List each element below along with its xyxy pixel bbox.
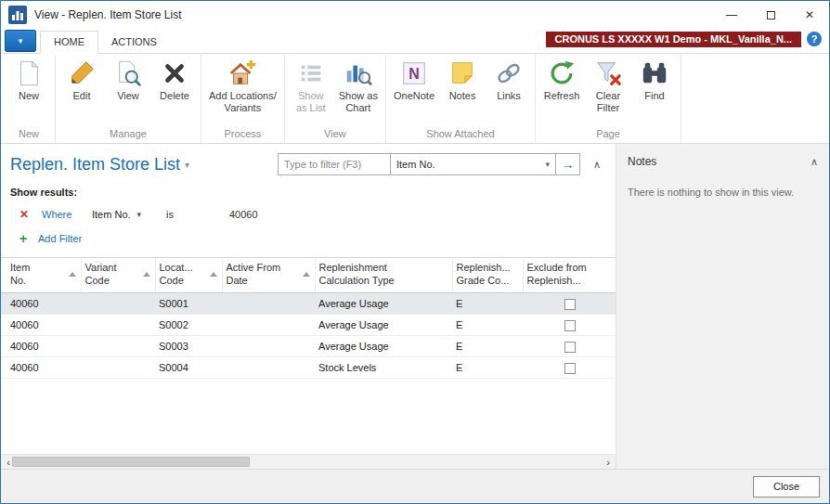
window-title: View - Replen. Item Store List bbox=[34, 8, 182, 21]
clear-filter-icon bbox=[594, 59, 622, 87]
help-button[interactable]: ? bbox=[807, 32, 822, 46]
cell-active-from-date bbox=[222, 336, 315, 357]
svg-text:N: N bbox=[409, 66, 420, 82]
table-row[interactable]: 40060 S0002 Average Usage E bbox=[1, 315, 616, 336]
where-operator[interactable]: is bbox=[166, 209, 229, 220]
cell-replenishment-calculation-type: Average Usage bbox=[315, 336, 452, 357]
cell-replenishment-grade-code: E bbox=[452, 315, 523, 336]
close-button[interactable]: Close bbox=[753, 476, 820, 498]
cell-replenishment-grade-code: E bbox=[452, 293, 523, 315]
notes-button[interactable]: Notes bbox=[439, 57, 486, 104]
chevron-down-icon: ▾ bbox=[185, 160, 189, 170]
button-label: Edit bbox=[73, 90, 91, 102]
maximize-button[interactable] bbox=[751, 1, 790, 29]
cell-replenishment-calculation-type: Average Usage bbox=[315, 293, 452, 315]
table-header-row: Item No. Variant Code Locat... Code Acti… bbox=[1, 258, 616, 293]
scroll-right-icon[interactable]: › bbox=[601, 456, 616, 469]
column-header-item-no[interactable]: Item No. bbox=[1, 258, 81, 293]
column-header-replenishment-calculation-type[interactable]: Replenishment Calculation Type bbox=[315, 258, 452, 293]
exclude-checkbox[interactable] bbox=[564, 363, 576, 374]
find-button[interactable]: Find bbox=[631, 57, 678, 104]
button-label: Notes bbox=[449, 90, 476, 102]
scrollbar-thumb[interactable] bbox=[12, 457, 250, 467]
column-header-exclude-from-replenishment[interactable]: Exclude from Replenish... bbox=[523, 258, 616, 293]
horizontal-scrollbar[interactable]: ‹ › bbox=[1, 454, 616, 469]
edit-pencil-icon bbox=[68, 59, 96, 87]
column-header-label: Active From Date bbox=[227, 262, 281, 286]
where-link[interactable]: Where bbox=[42, 209, 92, 220]
ribbon-group-show-attached: N OneNote Notes Links Show Attached bbox=[386, 55, 536, 143]
chevron-down-icon: ▾ bbox=[137, 210, 142, 219]
tab-actions[interactable]: ACTIONS bbox=[98, 32, 170, 53]
column-header-replenishment-grade-code[interactable]: Replenish... Grade Co... bbox=[452, 258, 523, 293]
where-value[interactable]: 40060 bbox=[229, 209, 258, 220]
clear-filter-button[interactable]: Clear Filter bbox=[585, 57, 631, 116]
button-label: New bbox=[19, 90, 39, 102]
window-controls: — ✕ bbox=[712, 1, 829, 29]
cell-replenishment-calculation-type: Average Usage bbox=[315, 315, 452, 336]
show-as-list-button[interactable]: Show as List bbox=[288, 57, 334, 116]
table-row[interactable]: 40060 S0004 Stock Levels E bbox=[1, 357, 616, 379]
column-header-active-from-date[interactable]: Active From Date bbox=[222, 258, 315, 293]
cell-location-code: S0002 bbox=[155, 315, 222, 336]
show-as-chart-button[interactable]: Show as Chart bbox=[334, 57, 383, 116]
cell-item-no: 40060 bbox=[1, 336, 81, 357]
cell-exclude-from-replenishment bbox=[523, 293, 616, 315]
close-window-button[interactable]: ✕ bbox=[790, 1, 829, 29]
exclude-checkbox[interactable] bbox=[564, 320, 576, 331]
filter-input[interactable] bbox=[279, 154, 390, 174]
view-button[interactable]: View bbox=[105, 57, 151, 104]
ribbon: New New Edit View Delete Manag bbox=[1, 54, 829, 144]
onenote-icon: N bbox=[400, 59, 428, 87]
ribbon-group-new: New New bbox=[3, 55, 56, 143]
table-row[interactable]: 40060 S0001 Average Usage E bbox=[1, 293, 616, 315]
minimize-button[interactable]: — bbox=[712, 1, 751, 29]
add-filter-link[interactable]: Add Filter bbox=[38, 233, 82, 244]
page-title[interactable]: Replen. Item Store List bbox=[10, 155, 180, 174]
button-label: Show as Chart bbox=[339, 90, 378, 114]
cell-variant-code bbox=[81, 336, 155, 357]
button-label: Find bbox=[644, 90, 664, 102]
chevron-down-icon: ▾ bbox=[545, 160, 550, 169]
ribbon-group-manage: Edit View Delete Manage bbox=[56, 55, 201, 143]
column-header-label: Replenish... Grade Co... bbox=[457, 262, 511, 286]
links-button[interactable]: Links bbox=[486, 57, 532, 104]
refresh-button[interactable]: Refresh bbox=[538, 57, 585, 104]
app-menu-button[interactable]: ▾ bbox=[5, 30, 36, 52]
cell-replenishment-grade-code: E bbox=[452, 357, 523, 379]
refresh-icon bbox=[548, 59, 576, 87]
exclude-checkbox[interactable] bbox=[564, 342, 576, 353]
new-button[interactable]: New bbox=[6, 57, 52, 104]
collapse-notes-button[interactable]: ∧ bbox=[811, 156, 818, 168]
apply-filter-button[interactable]: → bbox=[555, 154, 579, 174]
new-document-icon bbox=[15, 59, 43, 87]
column-header-label: Replenishment Calculation Type bbox=[319, 262, 395, 286]
sort-ascending-icon bbox=[303, 272, 310, 277]
tab-home[interactable]: HOME bbox=[40, 31, 98, 54]
delete-button[interactable]: Delete bbox=[151, 57, 198, 104]
ribbon-group-label: New bbox=[3, 127, 55, 143]
button-label: View bbox=[117, 90, 139, 102]
filter-column-dropdown[interactable]: Item No. ▾ bbox=[390, 154, 555, 174]
sort-ascending-icon bbox=[210, 272, 217, 277]
collapse-filter-pane-button[interactable]: ∧ bbox=[590, 159, 604, 171]
ribbon-group-label: Process bbox=[201, 127, 284, 143]
exclude-checkbox[interactable] bbox=[564, 299, 576, 310]
button-label: Refresh bbox=[544, 90, 580, 102]
column-header-location-code[interactable]: Locat... Code bbox=[155, 258, 222, 293]
onenote-button[interactable]: N OneNote bbox=[389, 57, 439, 104]
ribbon-group-page: Refresh Clear Filter Find Page bbox=[536, 55, 681, 143]
cell-item-no: 40060 bbox=[1, 293, 81, 315]
remove-filter-icon[interactable]: ✕ bbox=[19, 208, 42, 221]
show-results-label: Show results: bbox=[10, 187, 616, 198]
ribbon-group-label: Page bbox=[536, 127, 681, 143]
table-row[interactable]: 40060 S0003 Average Usage E bbox=[1, 336, 616, 357]
button-label: Clear Filter bbox=[596, 90, 620, 114]
add-locations-variants-button[interactable]: Add Locations/ Variants bbox=[204, 57, 281, 116]
column-header-variant-code[interactable]: Variant Code bbox=[81, 258, 155, 293]
edit-button[interactable]: Edit bbox=[58, 57, 105, 104]
add-filter-plus-icon: + bbox=[19, 232, 38, 245]
cell-active-from-date bbox=[222, 357, 315, 379]
where-field-dropdown[interactable]: Item No. ▾ bbox=[92, 209, 166, 220]
replen-item-store-table: Item No. Variant Code Locat... Code Acti… bbox=[1, 257, 616, 379]
